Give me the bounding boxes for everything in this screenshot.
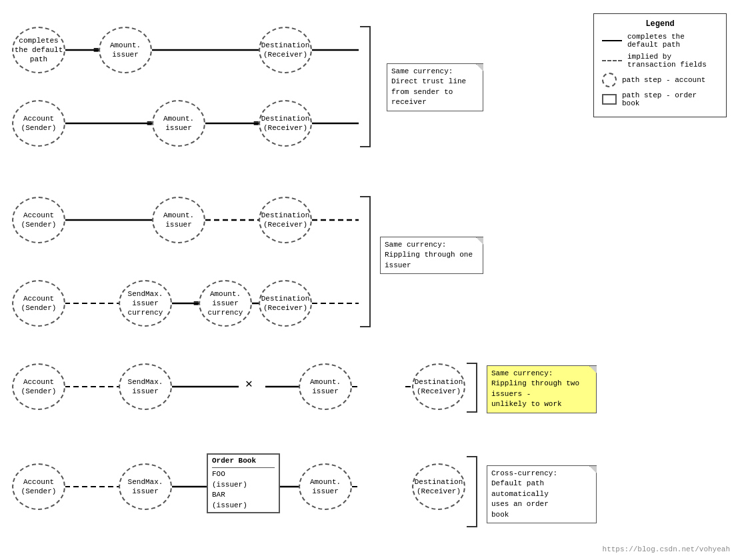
legend-circle-label: path step - account [622, 76, 705, 84]
g3r1-cross: ✕ [245, 376, 253, 391]
legend-title: Legend [602, 19, 718, 29]
rect-icon [602, 94, 617, 105]
g4r1-amtissuer: Amount.issuer [299, 463, 352, 510]
g3r1-amtissuer: Amount.issuer [299, 363, 352, 410]
solid-line-icon [602, 40, 622, 41]
note-group2: Same currency:Rippling through oneissuer [380, 237, 483, 274]
legend-solid-label: completes the default path [627, 33, 718, 49]
g2r1-issuer: Amount.issuer [152, 197, 205, 243]
g1r1-dest: Destination(Receiver) [259, 27, 312, 73]
legend: Legend completes the default path implie… [593, 13, 727, 117]
g2r2-sender: Account(Sender) [12, 280, 65, 327]
legend-dashed-label: implied by transaction fields [627, 53, 718, 69]
legend-rect-label: path step - order book [622, 91, 718, 107]
g2r2-amtissuer: Amount.issuercurrency [199, 280, 252, 327]
g4r1-orderbook: Order Book FOO(issuer) BAR(issuer) [207, 453, 280, 513]
g3r1-sendmax: SendMax.issuer [119, 363, 172, 410]
legend-item-rect: path step - order book [602, 91, 718, 107]
g1r1-sender: completes the default path [12, 27, 65, 73]
g1r1-issuer: Amount.issuer [99, 27, 152, 73]
g2r1-sender: Account(Sender) [12, 197, 65, 243]
dashed-line-icon [602, 60, 622, 61]
g1r2-dest: Destination(Receiver) [259, 100, 312, 147]
legend-item-dashed: implied by transaction fields [602, 53, 718, 69]
g2r2-dest: Destination(Receiver) [259, 280, 312, 327]
g1r2-equals1: = [147, 119, 152, 129]
g4r1-sendmax: SendMax.issuer [119, 463, 172, 510]
g1r2-sender: Account(Sender) [12, 100, 65, 147]
note-group4: Cross-currency:Default pathautomatically… [487, 465, 597, 523]
g4r1-sender: Account(Sender) [12, 463, 65, 510]
diagram-container: completes the default path = Amount.issu… [0, 0, 740, 560]
g2r1-dest: Destination(Receiver) [259, 197, 312, 243]
note-group1: Same currency:Direct trust linefrom send… [387, 63, 483, 111]
g4r1-dest: Destination(Receiver) [412, 463, 465, 510]
watermark: https://blog.csdn.net/vohyeah [603, 545, 730, 553]
legend-item-solid: completes the default path [602, 33, 718, 49]
legend-item-circle: path step - account [602, 73, 718, 87]
note-group3: Same currency:Rippling through twoissuer… [487, 365, 597, 413]
circle-icon [602, 73, 617, 87]
g3r1-sender: Account(Sender) [12, 363, 65, 410]
g3r1-dest: Destination(Receiver) [412, 363, 465, 410]
g2r2-sendmax: SendMax.issuercurrency [119, 280, 172, 327]
g1r2-issuer: Amount.issuer [152, 100, 205, 147]
